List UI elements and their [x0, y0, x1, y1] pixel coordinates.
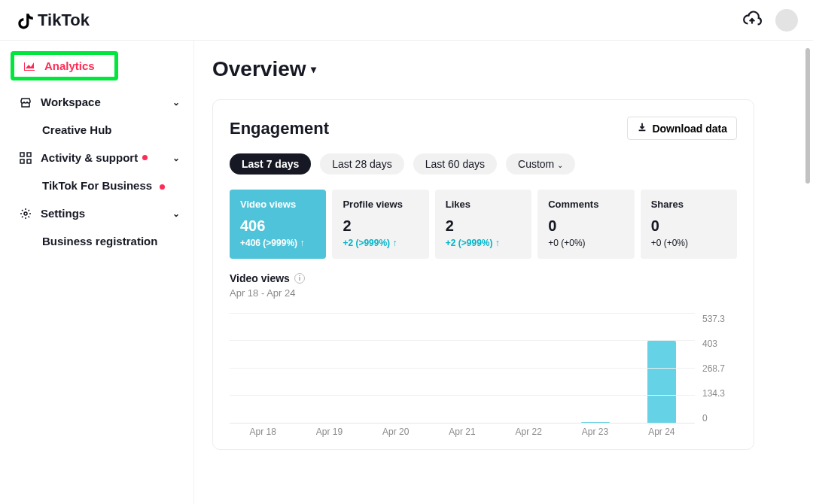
metrics-row: Video views 406 +406 (>999%) Profile vie… [230, 190, 737, 259]
y-tick: 403 [702, 339, 717, 349]
metric-shares[interactable]: Shares 0 +0 (+0%) [641, 190, 737, 259]
y-tick: 134.3 [702, 388, 725, 399]
svg-point-4 [24, 212, 27, 215]
chart-subtitle: Apr 18 - Apr 24 [230, 287, 737, 299]
metric-profile-views[interactable]: Profile views 2 +2 (>999%) [332, 190, 428, 259]
sidebar-label-settings: Settings [41, 207, 85, 220]
sidebar-item-business-reg[interactable]: Business registration [11, 227, 187, 255]
metric-likes[interactable]: Likes 2 +2 (>999%) [435, 190, 531, 259]
sidebar-label-workspace: Workspace [41, 96, 101, 108]
date-range-pills: Last 7 days Last 28 days Last 60 days Cu… [230, 153, 737, 175]
page-title-text: Overview [212, 57, 306, 81]
metric-comments[interactable]: Comments 0 +0 (+0%) [537, 190, 634, 259]
svg-rect-2 [20, 159, 24, 163]
x-tick: Apr 18 [230, 427, 296, 442]
brand-logo[interactable]: TikTok [15, 11, 90, 30]
user-avatar[interactable] [775, 9, 798, 32]
bar-col [296, 314, 362, 423]
bar-col [629, 314, 695, 423]
cloud-upload-icon[interactable] [742, 9, 762, 32]
download-label: Download data [652, 123, 727, 135]
x-tick: Apr 20 [363, 427, 429, 442]
x-tick: Apr 19 [296, 427, 362, 442]
sidebar-label-business-reg: Business registration [42, 235, 157, 247]
sidebar-item-analytics[interactable]: Analytics [14, 55, 114, 77]
notification-dot [142, 155, 148, 160]
bar-col [363, 314, 429, 423]
sidebar-item-tiktok-business[interactable]: TikTok For Business [11, 172, 187, 199]
sidebar: Analytics Workspace ⌄ Creative Hub Activ… [0, 41, 194, 504]
chevron-down-icon: ⌄ [172, 97, 180, 108]
chevron-down-icon: ⌄ [172, 208, 180, 219]
sidebar-label-creative-hub: Creative Hub [42, 123, 112, 136]
info-icon[interactable]: i [294, 273, 305, 284]
sidebar-label-activity: Activity & support [41, 151, 138, 164]
card-title: Engagement [230, 119, 329, 138]
brand-text: TikTok [38, 11, 90, 30]
store-icon [18, 96, 33, 108]
chart-title-text: Video views [230, 272, 290, 284]
x-tick: Apr 21 [429, 427, 495, 442]
video-views-chart: 537.3403268.7134.30 Apr 18Apr 19Apr 20Ap… [230, 314, 737, 442]
notification-dot [160, 184, 165, 190]
x-tick: Apr 23 [562, 427, 628, 442]
sidebar-label-tiktok-business: TikTok For Business [42, 179, 152, 192]
top-bar: TikTok [0, 0, 813, 41]
svg-rect-0 [20, 153, 24, 156]
sidebar-item-activity[interactable]: Activity & support ⌄ [11, 144, 187, 172]
download-data-button[interactable]: Download data [627, 117, 737, 140]
metric-video-views[interactable]: Video views 406 +406 (>999%) [230, 190, 326, 259]
sidebar-item-workspace[interactable]: Workspace ⌄ [11, 88, 187, 116]
sidebar-label-analytics: Analytics [44, 59, 95, 72]
range-28-days[interactable]: Last 28 days [320, 153, 403, 175]
page-title-dropdown[interactable]: Overview ▾ [212, 57, 813, 81]
range-custom[interactable]: Custom⌄ [506, 153, 575, 175]
range-60-days[interactable]: Last 60 days [413, 153, 497, 175]
gear-icon [18, 208, 33, 220]
chevron-down-icon: ⌄ [557, 161, 563, 169]
chart-section: Video views i Apr 18 - Apr 24 537.340326… [230, 272, 737, 442]
main-content: Overview ▾ Engagement Download data Last… [194, 41, 813, 504]
x-tick: Apr 22 [495, 427, 562, 442]
y-tick: 537.3 [702, 314, 725, 324]
tiktok-logo-icon [15, 11, 35, 30]
sidebar-item-settings[interactable]: Settings ⌄ [11, 199, 187, 227]
bar-col [562, 314, 628, 423]
bar-col [429, 314, 495, 423]
y-tick: 268.7 [702, 363, 725, 374]
sidebar-item-creative-hub[interactable]: Creative Hub [11, 116, 187, 144]
svg-rect-3 [27, 159, 31, 163]
grid-icon [18, 152, 33, 164]
bar [581, 422, 610, 423]
x-tick: Apr 24 [629, 427, 695, 442]
scrollbar[interactable] [805, 48, 810, 184]
caret-down-icon: ▾ [311, 63, 316, 75]
download-icon [637, 122, 647, 135]
bar [647, 341, 676, 423]
y-tick: 0 [702, 413, 708, 424]
bar-col [495, 314, 562, 423]
chevron-down-icon: ⌄ [172, 153, 180, 163]
bar-col [230, 314, 296, 423]
active-highlight-box: Analytics [11, 51, 118, 80]
svg-rect-1 [27, 153, 31, 156]
chart-icon [22, 60, 37, 72]
range-7-days[interactable]: Last 7 days [230, 153, 311, 175]
engagement-card: Engagement Download data Last 7 days Las… [212, 99, 754, 450]
